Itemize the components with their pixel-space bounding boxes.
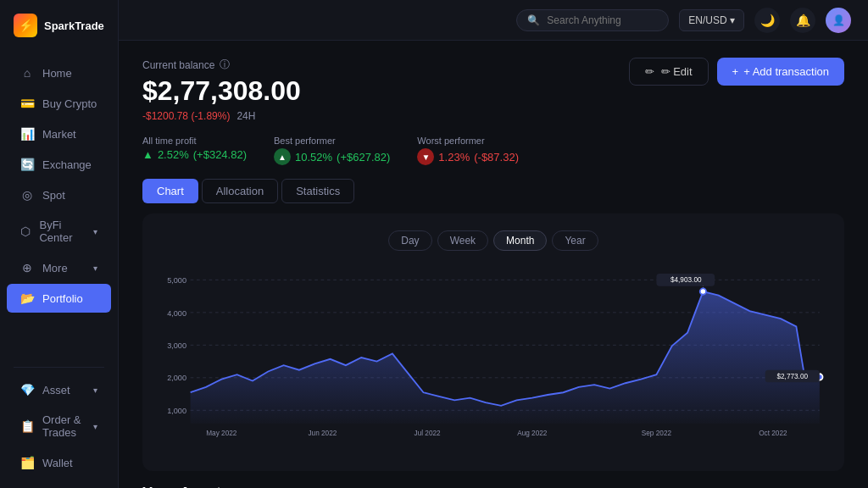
- tab-allocation[interactable]: Allocation: [202, 179, 278, 203]
- orders-icon: 📋: [20, 419, 34, 433]
- balance-actions: ✏ ✏ Edit + + Add transaction: [629, 58, 844, 86]
- more-icon: ⊕: [20, 261, 34, 274]
- sidebar-item-label: Asset: [42, 384, 70, 396]
- spot-icon: ◎: [20, 188, 34, 202]
- tab-statistics[interactable]: Statistics: [281, 179, 354, 203]
- sidebar-item-label: Portfolio: [42, 292, 83, 305]
- svg-text:Sep 2022: Sep 2022: [642, 430, 672, 437]
- svg-text:Jun 2022: Jun 2022: [308, 430, 337, 437]
- chart-tabs: Chart Allocation Statistics: [142, 179, 844, 203]
- stat-best-value: ▲ 10.52% (+$627.82): [274, 148, 390, 165]
- svg-point-11: [700, 288, 706, 294]
- svg-text:Aug 2022: Aug 2022: [517, 430, 548, 437]
- balance-amount: $2,77,308.00: [142, 75, 301, 107]
- sidebar-item-label: Spot: [42, 189, 65, 202]
- time-tab-week[interactable]: Week: [437, 230, 488, 251]
- sidebar-item-orders[interactable]: 📋 Order & Trades ▾: [7, 406, 111, 446]
- topbar: 🔍 EN/USD ▾ 🌙 🔔 👤: [119, 0, 868, 41]
- stat-worst-value: ▼ 1.23% (-$87.32): [417, 148, 519, 165]
- chevron-down-icon: ▾: [93, 263, 97, 273]
- sidebar-item-spot[interactable]: ◎ Spot: [7, 180, 111, 209]
- content: Current balance ⓘ $2,77,308.00 -$1200.78…: [119, 41, 868, 488]
- svg-text:1,000: 1,000: [167, 407, 186, 415]
- byfi-icon: ⬡: [20, 225, 31, 238]
- stat-worst-performer: Worst performer ▼ 1.23% (-$87.32): [417, 136, 519, 165]
- chevron-down-icon: ▾: [93, 227, 97, 236]
- logo-text: SparkTrade: [44, 19, 104, 32]
- stat-worst-label: Worst performer: [417, 136, 519, 146]
- stats-row: All time profit ▲ 2.52% (+$324.82) Best …: [142, 136, 844, 165]
- stat-best-performer: Best performer ▲ 10.52% (+$627.82): [274, 136, 390, 165]
- chart-svg: 5,000 4,000 3,000 2,000 1,000 $4,903.00: [159, 264, 827, 451]
- your-assets-title: Your Assets: [142, 485, 844, 488]
- sidebar-item-label: Wallet: [42, 457, 73, 469]
- asset-icon: 💎: [20, 383, 34, 396]
- avatar[interactable]: 👤: [826, 8, 851, 33]
- sidebar: ⚡ SparkTrade ⌂ Home 💳 Buy Crypto 📊 Marke…: [0, 0, 119, 488]
- chevron-down-icon: ▾: [93, 422, 97, 431]
- balance-change-value: -$1200.78 (-1.89%): [142, 110, 230, 122]
- sidebar-item-label: ByFi Center: [39, 219, 85, 244]
- home-icon: ⌂: [20, 66, 34, 80]
- chart-area: 5,000 4,000 3,000 2,000 1,000 $4,903.00: [159, 264, 827, 454]
- sidebar-item-portfolio[interactable]: 📂 Portfolio: [7, 284, 111, 313]
- best-perf-icon: ▲: [274, 148, 291, 165]
- search-box[interactable]: 🔍: [516, 9, 669, 31]
- svg-text:$4,903.00: $4,903.00: [670, 276, 702, 284]
- worst-perf-icon: ▼: [417, 148, 434, 165]
- wallet-icon: 🗂️: [20, 456, 34, 469]
- tab-chart[interactable]: Chart: [142, 179, 198, 203]
- time-tab-year[interactable]: Year: [552, 230, 598, 251]
- stat-all-time-label: All time profit: [142, 136, 247, 146]
- time-tabs: Day Week Month Year: [159, 230, 827, 251]
- edit-button[interactable]: ✏ ✏ Edit: [629, 58, 709, 86]
- svg-text:May 2022: May 2022: [206, 430, 237, 437]
- sidebar-item-label: Market: [42, 128, 76, 141]
- sidebar-item-buy-crypto[interactable]: 💳 Buy Crypto: [7, 89, 111, 118]
- time-tab-day[interactable]: Day: [388, 230, 431, 251]
- search-input[interactable]: [547, 14, 658, 26]
- sidebar-item-exchange[interactable]: 🔄 Exchange: [7, 150, 111, 179]
- time-tab-month[interactable]: Month: [493, 230, 547, 251]
- sidebar-item-wallet[interactable]: 🗂️ Wallet: [7, 448, 111, 477]
- sidebar-item-market[interactable]: 📊 Market: [7, 119, 111, 148]
- svg-text:4,000: 4,000: [167, 309, 186, 318]
- edit-icon: ✏: [645, 65, 654, 78]
- add-transaction-button[interactable]: + + Add transaction: [717, 58, 844, 86]
- info-icon: ⓘ: [220, 58, 230, 72]
- buy-crypto-icon: 💳: [20, 97, 34, 110]
- plus-icon: +: [732, 65, 739, 78]
- sidebar-item-byfi[interactable]: ⬡ ByFi Center ▾: [7, 211, 111, 252]
- up-arrow-icon: ▲: [142, 148, 153, 161]
- svg-text:5,000: 5,000: [167, 276, 186, 285]
- svg-text:$2,773.00: $2,773.00: [776, 373, 808, 380]
- chevron-down-icon: ▾: [93, 385, 97, 395]
- time-label: 24H: [236, 110, 255, 122]
- sidebar-item-asset[interactable]: 💎 Asset ▾: [7, 375, 111, 404]
- sidebar-item-home[interactable]: ⌂ Home: [7, 58, 111, 87]
- theme-toggle-button[interactable]: 🌙: [754, 8, 780, 33]
- market-icon: 📊: [20, 127, 34, 141]
- balance-section: Current balance ⓘ $2,77,308.00 -$1200.78…: [142, 58, 844, 122]
- sidebar-item-label: Exchange: [42, 158, 92, 171]
- main-area: 🔍 EN/USD ▾ 🌙 🔔 👤 Current balance ⓘ $2,77…: [119, 0, 868, 488]
- logo[interactable]: ⚡ SparkTrade: [0, 0, 118, 51]
- svg-text:3,000: 3,000: [167, 341, 186, 350]
- stat-best-label: Best performer: [274, 136, 390, 146]
- sidebar-item-label: More: [42, 262, 68, 274]
- balance-change: -$1200.78 (-1.89%) 24H: [142, 110, 301, 122]
- stat-all-time: All time profit ▲ 2.52% (+$324.82): [142, 136, 247, 165]
- chart-container: Day Week Month Year: [142, 214, 844, 471]
- notifications-button[interactable]: 🔔: [790, 8, 815, 33]
- stat-all-time-value: ▲ 2.52% (+$324.82): [142, 148, 247, 161]
- sidebar-item-label: Buy Crypto: [42, 97, 97, 110]
- svg-text:2,000: 2,000: [167, 374, 186, 382]
- exchange-icon: 🔄: [20, 158, 34, 171]
- sidebar-item-more[interactable]: ⊕ More ▾: [7, 253, 111, 282]
- balance-info: Current balance ⓘ $2,77,308.00 -$1200.78…: [142, 58, 301, 122]
- sidebar-item-label: Home: [42, 67, 72, 80]
- search-icon: 🔍: [527, 14, 540, 26]
- currency-button[interactable]: EN/USD ▾: [679, 9, 744, 31]
- svg-text:Jul 2022: Jul 2022: [415, 430, 442, 437]
- balance-label: Current balance ⓘ: [142, 58, 301, 72]
